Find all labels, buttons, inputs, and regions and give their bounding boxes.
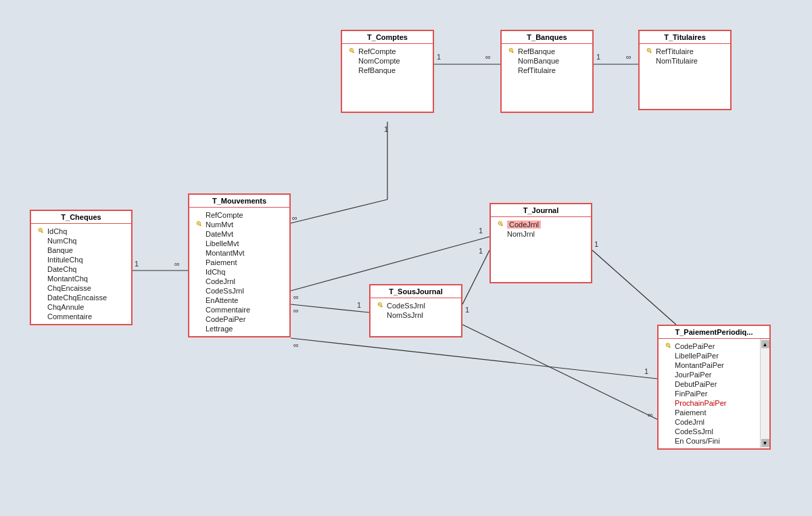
field-row: LibellePaiPer (664, 351, 755, 360)
table-fields-T_Comptes: RefCompte NomCompte RefBanque (342, 44, 433, 112)
field-row: EnAttente (195, 296, 284, 305)
pk-icon (645, 47, 653, 55)
svg-text:1: 1 (479, 227, 483, 235)
field-row: FinPaiPer (664, 389, 755, 398)
spacer-icon (507, 57, 515, 65)
svg-text:∞: ∞ (485, 53, 491, 61)
svg-text:1: 1 (465, 306, 469, 314)
field-row: IntituleChq (37, 255, 126, 264)
svg-text:1: 1 (384, 125, 388, 133)
field-name: RefBanque (358, 66, 396, 74)
svg-line-22 (291, 338, 657, 379)
svg-line-19 (462, 250, 489, 304)
field-row: NomTitulaire (645, 56, 725, 66)
field-name: RefTitulaire (656, 47, 694, 55)
svg-text:1: 1 (357, 301, 361, 309)
field-name: NomCompte (358, 57, 400, 65)
field-row: RefBanque (507, 47, 587, 56)
table-fields-T_SousJournal: CodeSsJrnl NomSsJrnl (371, 298, 461, 336)
pk-icon (37, 227, 45, 235)
field-row: CodeSsJrnl (195, 286, 284, 296)
field-row: CodeSsJrnl (664, 427, 755, 436)
table-fields-T_Mouvements: RefCompte NumMvt DateMvt LibelleMvt Mont… (189, 208, 289, 336)
field-row: ProchainPaiPer (664, 398, 755, 408)
field-row: DebutPaiPer (664, 379, 755, 389)
svg-line-27 (592, 250, 676, 325)
svg-text:∞: ∞ (626, 53, 631, 61)
field-row: JourPaiPer (664, 370, 755, 379)
field-row: NomCompte (348, 56, 427, 66)
field-row: Lettrage (195, 324, 284, 333)
svg-text:∞: ∞ (293, 293, 299, 301)
table-fields-T_PaiementPeriodiq: CodePaiPer LibellePaiPer MontantPaiPer J… (659, 339, 760, 448)
table-fields-T_Cheques: IdChq NumChq Banque IntituleChq DateChq … (31, 224, 131, 324)
field-row: RefTitulaire (507, 66, 587, 75)
table-title-T_Cheques: T_Cheques (31, 211, 131, 224)
field-row: CodeJrnl (496, 220, 586, 229)
field-row: Commentaire (37, 312, 126, 321)
field-name: NomBanque (518, 57, 559, 65)
svg-text:∞: ∞ (293, 306, 299, 314)
field-name: RefBanque (518, 47, 555, 55)
pk-icon (664, 342, 672, 350)
field-row: DateMvt (195, 229, 284, 239)
spacer-icon (645, 57, 653, 65)
svg-line-16 (291, 304, 369, 312)
field-row: NumChq (37, 236, 126, 245)
table-T_Comptes: T_Comptes RefCompte NomCompte RefBanque (341, 30, 434, 113)
table-title-T_Comptes: T_Comptes (342, 31, 433, 44)
pk-icon (496, 220, 504, 229)
field-name: IdChq (47, 227, 67, 235)
svg-text:1: 1 (135, 260, 139, 268)
field-row: CodeSsJrnl (376, 301, 456, 310)
svg-text:1: 1 (596, 53, 600, 61)
table-title-T_SousJournal: T_SousJournal (371, 285, 461, 298)
table-T_SousJournal: T_SousJournal CodeSsJrnl NomSsJrnl (369, 284, 462, 337)
field-row: NomSsJrnl (376, 310, 456, 320)
table-T_Banques: T_Banques RefBanque NomBanque RefTitulai… (500, 30, 594, 113)
table-title-T_Mouvements: T_Mouvements (189, 195, 289, 208)
svg-text:1: 1 (644, 367, 648, 375)
field-row: LibelleMvt (195, 239, 284, 248)
table-title-T_PaiementPeriodiq: T_PaiementPeriodiq... (659, 326, 769, 339)
field-name: RefCompte (358, 47, 396, 55)
field-row: Banque (37, 245, 126, 255)
field-row: RefCompte (348, 47, 427, 56)
field-row: MontantPaiPer (664, 360, 755, 370)
svg-line-7 (291, 200, 387, 223)
spacer-icon (507, 66, 515, 74)
field-row: NumMvt (195, 220, 284, 229)
svg-text:1: 1 (594, 240, 598, 248)
field-row: NomBanque (507, 56, 587, 66)
field-row: Commentaire (195, 305, 284, 314)
diagram-canvas: 1 ∞ 1 ∞ 1 ∞ 1 ∞ ∞ 1 ∞ 1 1 1 ∞ 1 ∞ (0, 0, 812, 516)
field-row: IdChq (195, 267, 284, 277)
pk-icon (376, 302, 384, 310)
table-T_Cheques: T_Cheques IdChq NumChq Banque IntituleCh… (30, 210, 133, 325)
svg-text:∞: ∞ (174, 260, 180, 268)
table-T_Journal: T_Journal CodeJrnl NomJrnl (489, 203, 592, 283)
field-row: RefCompte (195, 210, 284, 220)
svg-line-13 (291, 237, 489, 291)
svg-text:∞: ∞ (292, 214, 297, 222)
pk-icon (507, 47, 515, 55)
field-row: MontantMvt (195, 248, 284, 258)
field-row: CodePaiPer (195, 314, 284, 324)
pk-icon (195, 220, 203, 229)
spacer-icon (348, 66, 356, 74)
svg-text:∞: ∞ (648, 411, 653, 419)
table-title-T_Journal: T_Journal (491, 204, 591, 217)
spacer-icon (348, 57, 356, 65)
table-fields-T_Journal: CodeJrnl NomJrnl (491, 217, 591, 282)
table-title-T_Banques: T_Banques (502, 31, 592, 44)
field-name: NomTitulaire (656, 57, 698, 65)
svg-text:1: 1 (437, 53, 441, 61)
field-row: Paiement (195, 258, 284, 267)
field-row: RefBanque (348, 66, 427, 75)
field-row: ChqEncaisse (37, 283, 126, 293)
field-name: RefTitulaire (518, 66, 556, 74)
table-fields-T_Titulaires: RefTitulaire NomTitulaire (640, 44, 730, 109)
table-T_PaiementPeriodiq: T_PaiementPeriodiq... CodePaiPer Libelle… (657, 325, 771, 450)
table-title-T_Titulaires: T_Titulaires (640, 31, 730, 44)
scrollbar[interactable]: ▲ ▼ (760, 339, 769, 448)
